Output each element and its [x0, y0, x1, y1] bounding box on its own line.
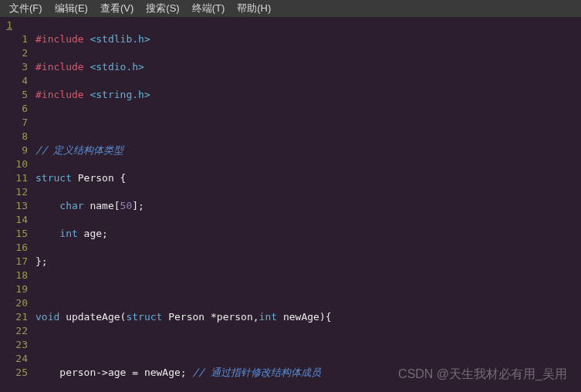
code-line: int age;	[35, 227, 581, 241]
editor-area[interactable]: 1 12 345 678 91011 121314 151617 181920 …	[0, 17, 581, 392]
code-line: #include <stdlib.h>	[35, 32, 581, 46]
menu-file[interactable]: 文件(F)	[3, 0, 49, 17]
code-line: char name[50];	[35, 199, 581, 213]
menubar: 文件(F) 编辑(E) 查看(V) 搜索(S) 终端(T) 帮助(H)	[0, 0, 581, 17]
code-line: void updateAge(struct Person *person,int…	[35, 310, 581, 324]
code-line	[35, 282, 581, 296]
code-line: };	[35, 255, 581, 269]
menu-terminal[interactable]: 终端(T)	[186, 0, 231, 17]
code-content[interactable]: #include <stdlib.h> #include <stdio.h> #…	[32, 17, 581, 392]
code-line: person->age = newAge; // 通过指针修改结构体成员	[35, 366, 581, 380]
menu-help[interactable]: 帮助(H)	[231, 0, 277, 17]
menu-edit[interactable]: 编辑(E)	[49, 0, 94, 17]
code-line: #include <string.h>	[35, 88, 581, 102]
code-line: #include <stdio.h>	[35, 60, 581, 74]
menu-view[interactable]: 查看(V)	[94, 0, 140, 17]
gutter-line-numbers: 12 345 678 91011 121314 151617 181920 21…	[12, 17, 32, 392]
gutter-left: 1	[0, 17, 12, 392]
code-line	[35, 338, 581, 352]
code-line	[35, 116, 581, 130]
code-line: struct Person {	[35, 171, 581, 185]
code-line: // 定义结构体类型	[35, 144, 581, 157]
menu-search[interactable]: 搜索(S)	[140, 0, 185, 17]
